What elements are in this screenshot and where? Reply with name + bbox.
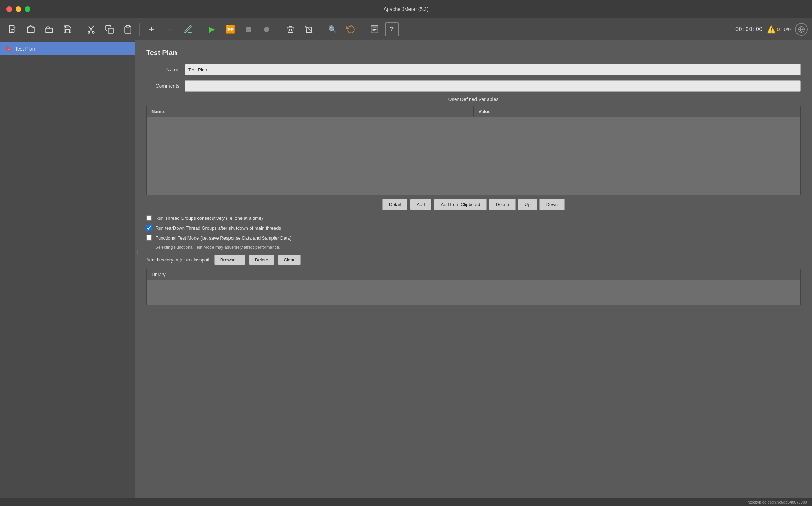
start-no-pauses-button[interactable]: ⏩ bbox=[222, 21, 238, 37]
open-templates-button[interactable] bbox=[23, 21, 39, 37]
main-layout: 🔖 Test Plan ⋮ Test Plan Name: Comments: … bbox=[0, 40, 812, 506]
run-consecutive-checkbox[interactable] bbox=[146, 215, 152, 221]
add-toolbar-button[interactable]: + bbox=[143, 21, 160, 37]
variables-section-title: User Defined Variables bbox=[146, 96, 801, 102]
checkboxes-section: Run Thread Groups consecutively (i.e. on… bbox=[146, 215, 801, 250]
run-consecutive-label: Run Thread Groups consecutively (i.e. on… bbox=[155, 216, 263, 221]
close-button[interactable] bbox=[6, 6, 12, 12]
svg-rect-8 bbox=[108, 28, 113, 33]
detail-button[interactable]: Detail bbox=[382, 199, 407, 210]
shutdown-button[interactable]: ⏺ bbox=[259, 21, 275, 37]
classpath-row: Add directory or jar to classpath Browse… bbox=[146, 255, 801, 265]
save-button[interactable] bbox=[59, 21, 76, 37]
library-body bbox=[147, 280, 800, 305]
table-actions: Detail Add Add from Clipboard Delete Up … bbox=[146, 199, 801, 210]
svg-rect-9 bbox=[126, 25, 130, 27]
toolbar: + − ▶ ⏩ ⏹ ⏺ 🔍 bbox=[0, 18, 812, 40]
divider-handle[interactable]: ⋮ bbox=[135, 250, 139, 257]
content-area: Test Plan Name: Comments: User Defined V… bbox=[135, 40, 812, 506]
window-controls bbox=[0, 6, 30, 12]
run-teardown-checkbox[interactable] bbox=[146, 225, 152, 231]
thread-ratio: 0/0 bbox=[784, 27, 791, 32]
browse-button[interactable]: Browse... bbox=[214, 255, 245, 265]
functional-test-info: Selecting Functional Test Mode may adver… bbox=[155, 245, 801, 250]
copy-button[interactable] bbox=[101, 21, 118, 37]
run-teardown-row: Run tearDown Thread Groups after shutdow… bbox=[146, 225, 801, 231]
delete-variable-button[interactable]: Delete bbox=[489, 199, 516, 210]
svg-line-6 bbox=[89, 26, 93, 32]
warning-icon: ⚠️ bbox=[767, 25, 776, 34]
clear-toolbar-button[interactable] bbox=[282, 21, 299, 37]
help-button[interactable]: ? bbox=[385, 22, 399, 36]
variables-table-body bbox=[146, 117, 801, 195]
comments-input[interactable] bbox=[185, 80, 801, 92]
delete-classpath-button[interactable]: Delete bbox=[249, 255, 274, 265]
up-button[interactable]: Up bbox=[518, 199, 537, 210]
timer-display: 00:00:00 bbox=[735, 26, 763, 33]
functional-test-label: Functional Test Mode (i.e. save Response… bbox=[155, 235, 292, 241]
separator-4 bbox=[279, 23, 279, 36]
paste-button[interactable] bbox=[120, 21, 136, 37]
titlebar: Apache JMeter (5.3) bbox=[0, 0, 812, 18]
separator-5 bbox=[321, 23, 321, 36]
search-toolbar-button[interactable]: 🔍 bbox=[324, 21, 341, 37]
add-variable-button[interactable]: Add bbox=[410, 199, 432, 210]
functional-test-row: Functional Test Mode (i.e. save Response… bbox=[146, 235, 801, 241]
minimize-button[interactable] bbox=[16, 6, 21, 12]
cut-button[interactable] bbox=[83, 21, 99, 37]
log-viewer-button[interactable] bbox=[366, 21, 383, 37]
variables-value-header: Value bbox=[473, 106, 801, 117]
toolbar-right: 00:00:00 ⚠️ 0 0/0 bbox=[735, 23, 808, 36]
name-input[interactable] bbox=[185, 64, 801, 75]
variables-table: Name: Value bbox=[146, 106, 801, 117]
variables-name-header: Name: bbox=[147, 106, 474, 117]
comments-label: Comments: bbox=[146, 83, 185, 89]
name-row: Name: bbox=[146, 64, 801, 75]
window-title: Apache JMeter (5.3) bbox=[384, 6, 429, 12]
svg-line-7 bbox=[89, 26, 94, 32]
clear-all-toolbar-button[interactable] bbox=[301, 21, 317, 37]
run-teardown-label: Run tearDown Thread Groups after shutdow… bbox=[155, 225, 281, 231]
sidebar: 🔖 Test Plan bbox=[0, 40, 135, 506]
open-button[interactable] bbox=[41, 21, 57, 37]
sidebar-item-test-plan[interactable]: 🔖 Test Plan bbox=[0, 42, 135, 55]
name-label: Name: bbox=[146, 67, 185, 72]
sidebar-item-label: Test Plan bbox=[15, 46, 35, 52]
separator-2 bbox=[139, 23, 140, 36]
comments-row: Comments: bbox=[146, 80, 801, 92]
separator-3 bbox=[200, 23, 200, 36]
library-table: Library bbox=[146, 269, 801, 305]
library-header: Library bbox=[147, 269, 800, 280]
new-button[interactable] bbox=[4, 21, 20, 37]
maximize-button[interactable] bbox=[25, 6, 30, 12]
separator-6 bbox=[363, 23, 363, 36]
separator-1 bbox=[79, 23, 79, 36]
warning-count: 0 bbox=[777, 27, 780, 32]
warning-badge: ⚠️ 0 bbox=[767, 25, 780, 34]
functional-test-checkbox[interactable] bbox=[146, 235, 152, 241]
statusbar: https://blog.csdn.net/qq648679009 bbox=[0, 498, 812, 506]
test-plan-icon: 🔖 bbox=[5, 45, 12, 52]
reset-toolbar-button[interactable] bbox=[343, 21, 359, 37]
start-button[interactable]: ▶ bbox=[204, 21, 220, 37]
down-button[interactable]: Down bbox=[539, 199, 565, 210]
stop-button[interactable]: ⏹ bbox=[240, 21, 257, 37]
page-title: Test Plan bbox=[146, 49, 801, 57]
add-from-clipboard-button[interactable]: Add from Clipboard bbox=[434, 199, 487, 210]
globe-icon[interactable] bbox=[795, 23, 808, 36]
edit-toolbar-button[interactable] bbox=[180, 21, 196, 37]
status-url: https://blog.csdn.net/qq648679009 bbox=[747, 500, 807, 504]
clear-classpath-button[interactable]: Clear bbox=[278, 255, 301, 265]
run-consecutive-row: Run Thread Groups consecutively (i.e. on… bbox=[146, 215, 801, 221]
remove-toolbar-button[interactable]: − bbox=[162, 21, 178, 37]
classpath-label: Add directory or jar to classpath bbox=[146, 257, 211, 263]
